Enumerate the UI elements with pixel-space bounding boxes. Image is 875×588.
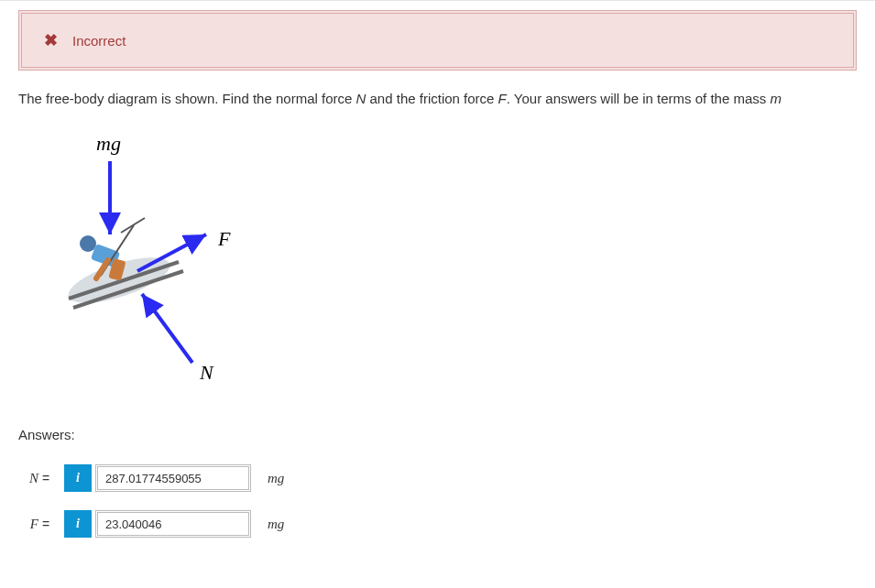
free-body-diagram: mg F N — [18, 125, 293, 399]
svg-line-11 — [142, 294, 192, 363]
input-F[interactable] — [98, 513, 248, 535]
svg-line-1 — [69, 262, 179, 299]
svg-rect-4 — [91, 244, 120, 267]
svg-line-2 — [73, 271, 183, 308]
top-divider — [0, 0, 875, 1]
unit-F: mg — [268, 517, 284, 532]
info-button-F[interactable]: i — [64, 510, 92, 538]
q-mid: and the friction force — [366, 91, 498, 106]
incorrect-alert: ✖ Incorrect — [18, 10, 857, 71]
answer-row-N: N = i mg — [18, 464, 857, 492]
input-wrap-N — [95, 464, 251, 492]
svg-line-6 — [121, 218, 145, 233]
answers-heading: Answers: — [18, 427, 857, 442]
question-prompt: The free-body diagram is shown. Find the… — [18, 89, 857, 108]
input-N[interactable] — [98, 467, 248, 489]
svg-rect-5 — [108, 258, 126, 281]
alert-text: Incorrect — [72, 33, 126, 49]
q-suffix: . Your answers will be in terms of the m… — [507, 91, 771, 106]
q-var-m: m — [770, 91, 782, 106]
input-wrap-F — [95, 510, 251, 538]
q-var-F: F — [498, 91, 507, 106]
label-F: F — [218, 227, 230, 251]
svg-line-10 — [137, 234, 206, 271]
label-N: N — [200, 361, 213, 385]
var-label-F: F — [18, 517, 38, 532]
var-label-N: N — [18, 471, 38, 486]
svg-line-8 — [96, 260, 108, 278]
svg-line-7 — [101, 225, 134, 276]
q-prefix: The free-body diagram is shown. Find the… — [18, 91, 356, 106]
diagram-svg — [18, 125, 293, 399]
equals-sign: = — [42, 517, 55, 531]
equals-sign: = — [42, 471, 55, 485]
info-button-N[interactable]: i — [64, 464, 92, 492]
q-var-N: N — [356, 91, 366, 106]
answer-row-F: F = i mg — [18, 510, 857, 538]
label-mg: mg — [96, 132, 121, 156]
svg-point-3 — [80, 235, 96, 252]
svg-point-0 — [63, 248, 174, 312]
close-x-icon: ✖ — [44, 30, 58, 50]
unit-N: mg — [268, 471, 284, 486]
